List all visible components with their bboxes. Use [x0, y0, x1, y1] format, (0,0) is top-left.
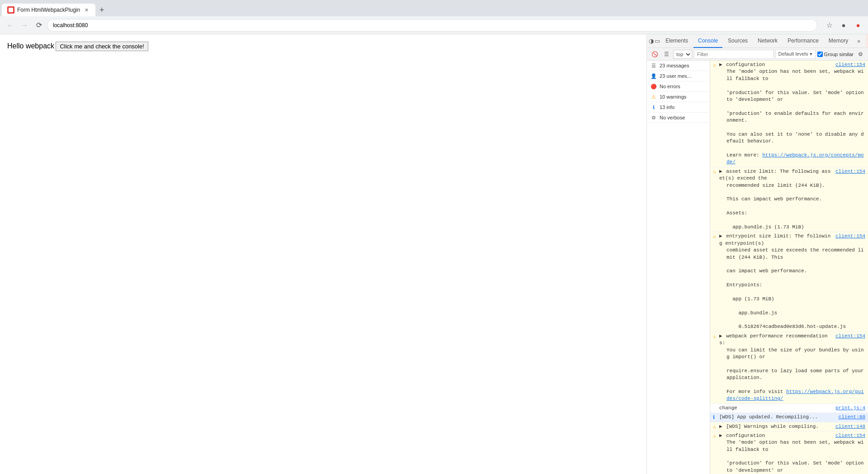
- warn-icon: ⚠: [713, 423, 719, 430]
- sidebar-item-user[interactable]: 👤 23 user mes...: [647, 71, 710, 81]
- normal-icon: [713, 405, 719, 405]
- log-entry: ⚠ ▶ [WDS] Warnings while compiling. clie…: [710, 422, 868, 431]
- default-levels-dropdown[interactable]: Default levels ▾: [775, 50, 816, 59]
- log-entry: ⚠ ▶ entrypoint size limit: The following…: [710, 232, 868, 332]
- page-content: Hello webpack Click me and check the con…: [0, 34, 646, 474]
- tab-label: Form HtmlWebpackPlugin: [17, 7, 80, 13]
- error-count-badge[interactable]: ⚠ 10: [866, 34, 868, 47]
- console-filter-icon[interactable]: ☰: [661, 49, 671, 59]
- devtools-panel: ◑ ▭ Elements Console Sources Network Per…: [646, 34, 868, 474]
- log-source-link[interactable]: client:154: [832, 432, 865, 439]
- tab-network[interactable]: Network: [753, 34, 782, 48]
- log-source-link[interactable]: print.js:4: [832, 405, 865, 412]
- warn-icon: ⚠: [713, 333, 719, 339]
- reload-button[interactable]: ⟳: [33, 19, 45, 32]
- tab-elements[interactable]: Elements: [661, 34, 693, 48]
- main-area: Hello webpack Click me and check the con…: [0, 34, 868, 474]
- log-source-link[interactable]: client:154: [832, 333, 865, 347]
- learn-more-link[interactable]: https://webpack.js.org/concepts/mode/: [726, 152, 864, 165]
- code-splitting-link[interactable]: https://webpack.js.org/guides/code-split…: [726, 389, 864, 401]
- warn-icon: ⚠: [713, 432, 719, 439]
- sidebar-item-info[interactable]: ℹ 13 info: [647, 102, 710, 113]
- warn-icon: ⚠: [713, 62, 719, 68]
- browser-chrome: Form HtmlWebpackPlugin ✕ + ← → ⟳ localho…: [0, 0, 868, 474]
- bookmark-icon[interactable]: ☆: [823, 19, 835, 32]
- log-source-link[interactable]: client:154: [832, 233, 865, 247]
- sidebar-item-all[interactable]: ☰ 23 messages: [647, 61, 710, 71]
- navigation-bar: ← → ⟳ localhost:8080 ☆ ● ●: [0, 16, 868, 34]
- filter-input[interactable]: [694, 50, 774, 59]
- log-entry: ⚠ ▶ asset size limit: The following asse…: [710, 167, 868, 232]
- tab-console[interactable]: Console: [693, 34, 722, 48]
- console-toolbar: 🚫 ☰ top Default levels ▾ Group similar ⚙: [647, 48, 868, 61]
- expand-icon[interactable]: ▶: [719, 233, 722, 239]
- warn-icon: ⚠: [713, 168, 719, 175]
- nav-right-actions: ☆ ● ●: [823, 19, 864, 32]
- warn-icon: ⚠: [713, 233, 719, 239]
- log-entry: ℹ [WDS] App updated. Recompiling... clie…: [710, 413, 868, 422]
- devtools-inspect-icon[interactable]: ◑: [649, 36, 654, 47]
- expand-icon[interactable]: ▶: [719, 169, 722, 174]
- devtools-device-icon[interactable]: ▭: [655, 36, 660, 47]
- log-entry: ⚠ ▶ configuration client:154 The 'mode' …: [710, 431, 868, 474]
- account-icon[interactable]: ●: [837, 19, 850, 32]
- sidebar-item-warnings[interactable]: ⚠ 10 warnings: [647, 92, 710, 102]
- warning-icon: ⚠: [651, 94, 657, 100]
- hello-text: Hello webpack: [7, 42, 54, 50]
- sidebar-item-verbose[interactable]: ⚙ No verbose: [647, 113, 710, 123]
- expand-icon[interactable]: ▶: [719, 433, 722, 438]
- log-source-link[interactable]: client:148: [832, 423, 865, 430]
- active-tab[interactable]: Form HtmlWebpackPlugin ✕: [2, 4, 95, 16]
- log-entry: ⚠ ▶ configuration client:154 The 'mode' …: [710, 61, 868, 167]
- verbose-icon: ⚙: [651, 114, 657, 121]
- context-selector[interactable]: top: [673, 50, 692, 59]
- log-source-link[interactable]: client:154: [832, 168, 865, 182]
- new-tab-button[interactable]: +: [95, 4, 108, 16]
- log-entry: change print.js:4: [710, 404, 868, 413]
- address-bar[interactable]: localhost:8080: [47, 19, 817, 32]
- tab-favicon: [7, 6, 14, 14]
- log-entry: ⚠ ▶ webpack performance recommendations:…: [710, 332, 868, 404]
- list-icon: ☰: [651, 62, 657, 69]
- forward-button[interactable]: →: [18, 19, 31, 32]
- address-url: localhost:8080: [53, 22, 88, 28]
- group-similar-label: Group similar: [817, 52, 854, 57]
- console-area: ☰ 23 messages 👤 23 user mes... 🔴 No erro…: [647, 61, 868, 474]
- error-icon: 🔴: [651, 83, 657, 90]
- chrome-menu-icon[interactable]: ●: [852, 19, 864, 32]
- console-clear-icon[interactable]: 🚫: [650, 49, 660, 59]
- tab-sources[interactable]: Sources: [723, 34, 752, 48]
- expand-icon[interactable]: ▶: [719, 424, 722, 429]
- more-tabs-icon[interactable]: »: [854, 38, 864, 44]
- tab-close-icon[interactable]: ✕: [83, 6, 90, 14]
- click-me-button[interactable]: Click me and check the console!: [56, 42, 148, 51]
- expand-icon[interactable]: ▶: [719, 333, 722, 339]
- console-log: ⚠ ▶ configuration client:154 The 'mode' …: [710, 61, 868, 474]
- log-source-link[interactable]: client:80: [835, 414, 865, 421]
- svg-rect-0: [9, 8, 13, 12]
- group-similar-checkbox[interactable]: [817, 52, 823, 57]
- console-settings-icon[interactable]: ⚙: [855, 49, 865, 59]
- sidebar-item-errors[interactable]: 🔴 No errors: [647, 81, 710, 92]
- tab-memory[interactable]: Memory: [824, 34, 853, 48]
- devtools-toolbar: ◑ ▭ Elements Console Sources Network Per…: [647, 34, 868, 48]
- tab-bar: Form HtmlWebpackPlugin ✕ +: [0, 0, 868, 16]
- back-button[interactable]: ←: [4, 19, 16, 32]
- info-icon: ℹ: [651, 104, 657, 110]
- console-sidebar: ☰ 23 messages 👤 23 user mes... 🔴 No erro…: [647, 61, 710, 474]
- user-icon: 👤: [651, 73, 657, 79]
- tab-performance[interactable]: Performance: [783, 34, 823, 48]
- info-circle-icon: ℹ: [713, 414, 719, 420]
- log-source-link[interactable]: client:154: [832, 62, 865, 68]
- expand-icon[interactable]: ▶: [719, 62, 722, 67]
